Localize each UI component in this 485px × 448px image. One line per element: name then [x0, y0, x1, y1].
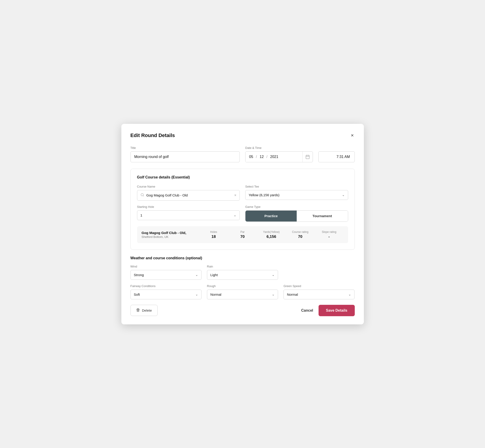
- course-name-input-wrap[interactable]: ×: [137, 190, 240, 200]
- course-rating-value: 70: [286, 234, 315, 239]
- footer-row: Delete Cancel Save Details: [130, 305, 355, 316]
- fairway-rough-green-row: Fairway Conditions Soft ⌄ Rough Normal ⌄…: [130, 284, 355, 299]
- game-type-group: Game Type Practice Tournament: [245, 205, 348, 222]
- chevron-down-icon-5: ⌄: [195, 293, 198, 296]
- title-label: Title: [130, 146, 240, 150]
- title-field-group: Title: [130, 146, 240, 162]
- datetime-row: 05 / 12 / 2021: [245, 151, 355, 162]
- course-name-group: Course Name ×: [137, 185, 240, 200]
- starting-hole-dropdown[interactable]: 1 ⌄: [137, 210, 240, 220]
- game-type-label: Game Type: [245, 205, 348, 208]
- chevron-down-icon-4: ⌄: [272, 273, 275, 277]
- golf-course-section: Golf Course details (Essential) Course N…: [130, 169, 355, 250]
- course-name-search-input[interactable]: [146, 193, 232, 197]
- green-speed-value: Normal: [287, 293, 298, 296]
- date-sep1: /: [255, 155, 258, 159]
- wind-group: Wind Strong ⌄: [130, 265, 202, 280]
- fairway-label: Fairway Conditions: [130, 284, 202, 288]
- time-value: 7:31 AM: [337, 155, 350, 159]
- rough-label: Rough: [207, 284, 278, 288]
- rain-group: Rain Light ⌄: [207, 265, 278, 280]
- datetime-field-group: Date & Time 05 / 12 / 2021: [245, 146, 355, 162]
- top-row: Title Date & Time 05 / 12 / 2021: [130, 146, 355, 162]
- course-info-location: Shelford Bottom, UK: [142, 235, 199, 239]
- wind-rain-row: Wind Strong ⌄ Rain Light ⌄: [130, 265, 355, 280]
- rain-label: Rain: [207, 265, 278, 268]
- select-tee-label: Select Tee: [245, 185, 348, 188]
- chevron-down-icon-7: ⌄: [348, 293, 351, 296]
- wind-label: Wind: [130, 265, 202, 268]
- date-input-box[interactable]: 05 / 12 / 2021: [245, 152, 302, 162]
- rain-dropdown[interactable]: Light ⌄: [207, 270, 278, 280]
- golf-section-title: Golf Course details (Essential): [137, 175, 348, 179]
- starting-hole-game-type-row: Starting Hole 1 ⌄ Game Type Practice Tou…: [137, 205, 348, 222]
- course-name-tee-row: Course Name × Select Tee Yellow (6,156 y…: [137, 185, 348, 200]
- chevron-down-icon: ⌄: [342, 193, 345, 197]
- calendar-icon[interactable]: [302, 152, 313, 162]
- chevron-down-icon-3: ⌄: [195, 273, 198, 277]
- slope-rating-stat: Slope rating -: [315, 230, 344, 239]
- select-tee-group: Select Tee Yellow (6,156 yards) ⌄: [245, 185, 348, 200]
- starting-hole-value: 1: [140, 213, 142, 217]
- rain-value: Light: [210, 273, 218, 277]
- par-value: 70: [228, 234, 257, 239]
- delete-button[interactable]: Delete: [130, 305, 158, 316]
- chevron-down-icon-6: ⌄: [272, 293, 275, 296]
- yards-label: Yards(Yellow): [257, 230, 286, 233]
- green-speed-dropdown[interactable]: Normal ⌄: [283, 289, 355, 299]
- chevron-down-icon-2: ⌄: [234, 213, 236, 217]
- starting-hole-group: Starting Hole 1 ⌄: [137, 205, 240, 222]
- yards-value: 6,156: [257, 234, 286, 239]
- slope-rating-label: Slope rating: [315, 230, 344, 233]
- weather-section: Weather and course conditions (optional)…: [130, 256, 355, 299]
- select-tee-value: Yellow (6,156 yards): [249, 193, 279, 197]
- holes-value: 18: [199, 234, 228, 239]
- trash-icon: [136, 308, 140, 312]
- starting-hole-label: Starting Hole: [137, 205, 240, 208]
- date-day: 12: [259, 155, 264, 159]
- save-button[interactable]: Save Details: [319, 305, 355, 316]
- footer-right: Cancel Save Details: [301, 305, 355, 316]
- course-info-box: Gog Magog Golf Club - Old, Shelford Bott…: [137, 226, 348, 243]
- delete-label: Delete: [142, 308, 152, 312]
- holes-stat: Holes 18: [199, 230, 228, 239]
- par-stat: Par 70: [228, 230, 257, 239]
- title-input[interactable]: [130, 151, 240, 162]
- modal-title: Edit Round Details: [130, 133, 175, 138]
- cancel-button[interactable]: Cancel: [301, 308, 313, 312]
- time-input-box[interactable]: 7:31 AM: [318, 151, 355, 162]
- date-sep2: /: [266, 155, 268, 159]
- fairway-dropdown[interactable]: Soft ⌄: [130, 289, 202, 299]
- course-name-clear-button[interactable]: ×: [234, 193, 236, 197]
- search-icon: [140, 193, 144, 198]
- fairway-value: Soft: [134, 293, 140, 296]
- course-info-name: Gog Magog Golf Club - Old,: [142, 231, 199, 235]
- datetime-label: Date & Time: [245, 146, 355, 150]
- wind-dropdown[interactable]: Strong ⌄: [130, 270, 202, 280]
- rough-value: Normal: [210, 293, 221, 296]
- date-input-row: 05 / 12 / 2021: [245, 151, 313, 162]
- rough-group: Rough Normal ⌄: [207, 284, 278, 299]
- svg-rect-0: [306, 155, 309, 159]
- practice-toggle-button[interactable]: Practice: [245, 211, 297, 222]
- wind-value: Strong: [134, 273, 144, 277]
- tournament-toggle-button[interactable]: Tournament: [297, 211, 348, 222]
- green-speed-group: Green Speed Normal ⌄: [283, 284, 355, 299]
- par-label: Par: [228, 230, 257, 233]
- select-tee-dropdown[interactable]: Yellow (6,156 yards) ⌄: [245, 190, 348, 200]
- date-month: 05: [249, 155, 253, 159]
- svg-line-5: [143, 196, 144, 196]
- yards-stat: Yards(Yellow) 6,156: [257, 230, 286, 239]
- fairway-group: Fairway Conditions Soft ⌄: [130, 284, 202, 299]
- close-button[interactable]: ×: [350, 132, 355, 139]
- course-rating-label: Course rating: [286, 230, 315, 233]
- course-rating-stat: Course rating 70: [286, 230, 315, 239]
- slope-rating-value: -: [315, 234, 344, 239]
- rough-dropdown[interactable]: Normal ⌄: [207, 289, 278, 299]
- course-info-name-block: Gog Magog Golf Club - Old, Shelford Bott…: [142, 231, 199, 239]
- modal-header: Edit Round Details ×: [130, 132, 355, 139]
- course-name-label: Course Name: [137, 185, 240, 188]
- green-speed-label: Green Speed: [283, 284, 355, 288]
- game-type-toggle: Practice Tournament: [245, 210, 348, 222]
- date-year: 2021: [270, 155, 278, 159]
